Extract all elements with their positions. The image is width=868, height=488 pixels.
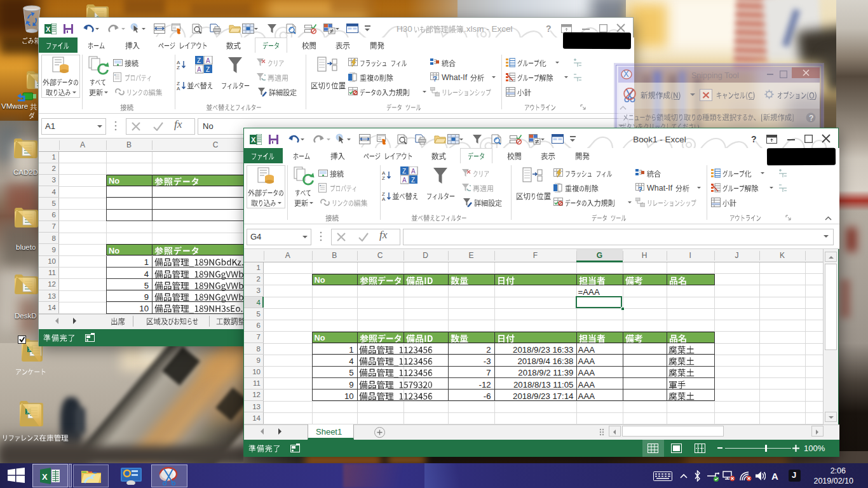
svg-text:X: X [42, 472, 48, 482]
svg-text:?: ? [433, 75, 437, 82]
svg-text:Z: Z [411, 177, 415, 184]
svg-text:A: A [206, 57, 210, 64]
svg-text:Z: Z [177, 65, 180, 70]
svg-text:Z: Z [197, 57, 201, 64]
svg-text:Z: Z [402, 168, 406, 175]
svg-text:A: A [411, 168, 416, 175]
svg-text:A: A [177, 86, 180, 91]
svg-text:A: A [382, 196, 386, 201]
svg-text:Z: Z [382, 175, 385, 180]
svg-text:X: X [46, 25, 51, 33]
svg-text:Z: Z [206, 66, 210, 73]
svg-text:?: ? [809, 114, 813, 123]
svg-text:A: A [402, 177, 407, 184]
svg-text:?: ? [638, 186, 642, 193]
svg-text:A: A [197, 66, 201, 73]
